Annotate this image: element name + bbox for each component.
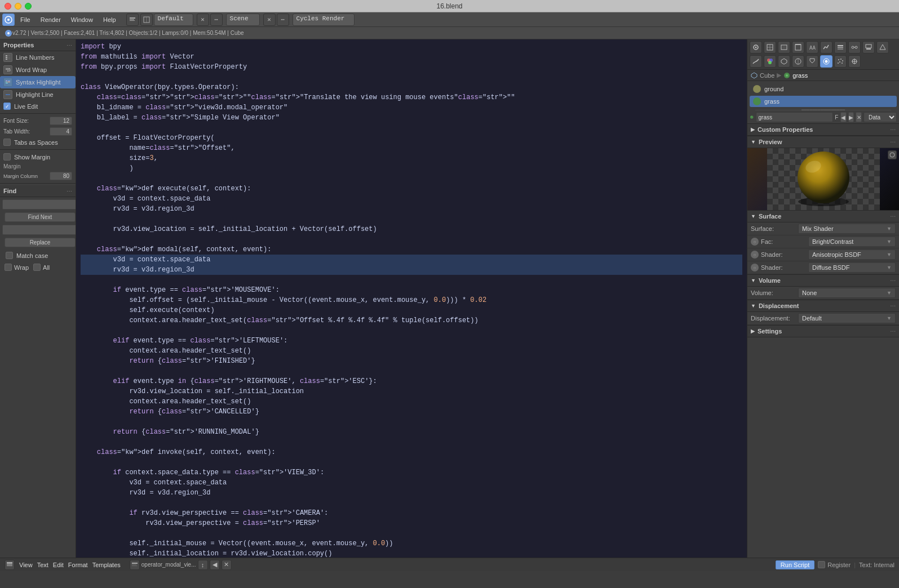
find-input[interactable] <box>2 199 76 210</box>
mat-next-btn[interactable]: ▶ <box>848 112 854 122</box>
performance-icon[interactable] <box>820 41 832 54</box>
breadcrumb-material[interactable]: grass <box>792 72 808 79</box>
surface-value[interactable]: Mix Shader ▼ <box>798 224 896 234</box>
replace-button[interactable]: Replace <box>5 238 76 247</box>
preview-sphere-btn[interactable] <box>888 150 897 159</box>
show-margin-checkbox[interactable] <box>3 153 11 161</box>
tab-width-value[interactable]: 4 <box>50 127 72 136</box>
editor-type-icon[interactable] <box>126 14 139 26</box>
bake-icon[interactable] <box>876 41 889 54</box>
replace-input[interactable] <box>2 225 76 235</box>
constraints-icon[interactable] <box>792 55 804 68</box>
displacement-value[interactable]: Default ▼ <box>798 313 896 323</box>
prop-live-edit[interactable]: ✓ Live Edit <box>0 101 76 112</box>
mat-name-input[interactable] <box>756 112 833 122</box>
match-case-checkbox[interactable] <box>6 252 13 259</box>
color-mgt-icon[interactable] <box>764 55 776 68</box>
text-expand-icon[interactable]: ↕ <box>198 560 208 570</box>
text-block-name[interactable]: operator_modal_vie... <box>141 562 196 568</box>
close-button[interactable] <box>5 3 11 10</box>
minimize-button[interactable] <box>15 3 21 10</box>
margin-col-value[interactable]: 80 <box>50 172 72 180</box>
volume-value[interactable]: None ▼ <box>798 288 896 298</box>
scene-select[interactable]: Scene <box>226 14 260 26</box>
edit-menu[interactable]: Edit <box>53 562 64 568</box>
camera-icon[interactable] <box>750 41 762 54</box>
menu-help[interactable]: Help <box>99 15 121 24</box>
screen-layout-icon[interactable] <box>140 14 153 26</box>
text-menu[interactable]: Text <box>37 562 48 568</box>
code-editor[interactable]: import bpy from mathutils import Vector … <box>76 39 747 558</box>
settings-header[interactable]: ▶ Settings ⋯ <box>747 325 899 337</box>
shader1-value[interactable]: Anisotropic BSDF ▼ <box>808 250 896 260</box>
breadcrumb-object[interactable]: Cube <box>760 72 774 79</box>
shrink-icon[interactable]: ⋯ <box>210 14 223 26</box>
stamp-icon[interactable] <box>862 41 875 54</box>
mat-x-btn[interactable]: ✕ <box>856 112 862 122</box>
fac-value[interactable]: Bright/Contrast ▼ <box>808 237 896 247</box>
maximize-button[interactable] <box>25 3 32 10</box>
material-icon[interactable] <box>820 55 832 68</box>
find-options[interactable]: ⋯ <box>67 188 72 194</box>
shader1-circle-icon[interactable]: ○ <box>751 251 759 259</box>
prop-word-wrap[interactable]: Word Wrap <box>0 64 76 76</box>
scene-expand-icon[interactable]: ✕ <box>263 14 276 26</box>
prop-show-margin[interactable]: Show Margin <box>0 152 76 162</box>
editor-type-status-icon[interactable] <box>5 560 15 570</box>
properties-options[interactable]: ⋯ <box>67 42 72 48</box>
custom-props-header[interactable]: ▶ Custom Properties ⋯ <box>747 123 899 136</box>
freestyle-icon[interactable] <box>750 55 762 68</box>
dimensions-icon[interactable] <box>792 41 804 54</box>
displacement-dots[interactable]: ⋯ <box>890 303 896 309</box>
displacement-header[interactable]: ▼ Displacement ⋯ <box>747 300 899 312</box>
preview-dots[interactable]: ⋯ <box>890 139 896 145</box>
code-content[interactable]: import bpy from mathutils import Vector … <box>76 39 747 558</box>
prop-wrap[interactable]: Wrap <box>5 264 29 271</box>
material-item-grass[interactable]: grass <box>750 96 897 107</box>
live-edit-checkbox[interactable]: ✓ <box>3 103 11 110</box>
view-menu[interactable]: View <box>19 562 33 568</box>
postprocess-icon[interactable] <box>848 41 861 54</box>
mat-type-select[interactable]: Data Object <box>863 112 897 122</box>
prop-line-numbers[interactable]: Line Numbers <box>0 51 76 64</box>
material-item-ground[interactable]: ground <box>750 83 897 95</box>
aa-icon[interactable]: AA <box>806 41 818 54</box>
text-close-icon[interactable]: ✕ <box>222 560 232 570</box>
blender-icon[interactable] <box>2 14 15 26</box>
volume-dots[interactable]: ⋯ <box>890 278 896 284</box>
menu-render[interactable]: Render <box>36 15 65 24</box>
shader2-circle-icon[interactable]: ○ <box>751 264 759 271</box>
menu-window[interactable]: Window <box>67 15 98 24</box>
surface-dots[interactable]: ⋯ <box>890 213 896 220</box>
templates-menu[interactable]: Templates <box>92 562 121 568</box>
find-next-button[interactable]: Find Next <box>5 212 76 222</box>
shader2-value[interactable]: Diffuse BSDF ▼ <box>808 262 896 273</box>
modifiers-icon[interactable] <box>806 55 818 68</box>
font-size-value[interactable]: 12 <box>50 117 72 125</box>
layers-icon[interactable] <box>834 41 847 54</box>
surface-header[interactable]: ▼ Surface ⋯ <box>747 210 899 222</box>
all-checkbox[interactable] <box>33 264 41 271</box>
particles-icon[interactable] <box>834 55 847 68</box>
screen-layout-select[interactable]: Default <box>154 14 193 26</box>
prop-tabs-as-spaces[interactable]: Tabs as Spaces <box>0 137 76 148</box>
text-blocks-icon[interactable] <box>130 560 140 570</box>
menu-file[interactable]: File <box>16 15 35 24</box>
preview-header[interactable]: ▼ Preview ⋯ <box>747 136 899 148</box>
wrap-checkbox[interactable] <box>5 264 12 271</box>
tabs-spaces-checkbox[interactable] <box>3 139 11 146</box>
mat-prev-btn[interactable]: ◀ <box>840 112 847 122</box>
run-script-button[interactable]: Run Script <box>776 560 814 569</box>
custom-props-dots[interactable]: ⋯ <box>890 127 896 133</box>
physics-icon[interactable] <box>848 55 861 68</box>
fac-circle-icon[interactable]: ○ <box>751 238 759 246</box>
prop-syntax-highlight[interactable]: Syntax Highlight <box>0 76 76 88</box>
scene-shrink-icon[interactable]: ⋯ <box>277 14 289 26</box>
render-icon[interactable] <box>764 41 776 54</box>
prop-match-case[interactable]: Match case <box>2 250 73 261</box>
prop-highlight-line[interactable]: Highlight Line <box>0 88 76 101</box>
text-prev-icon[interactable]: ◀ <box>210 560 220 570</box>
render-engine-select[interactable]: Cycles Render <box>293 14 355 26</box>
output-icon[interactable] <box>778 41 790 54</box>
volume-header[interactable]: ▼ Volume ⋯ <box>747 274 899 287</box>
